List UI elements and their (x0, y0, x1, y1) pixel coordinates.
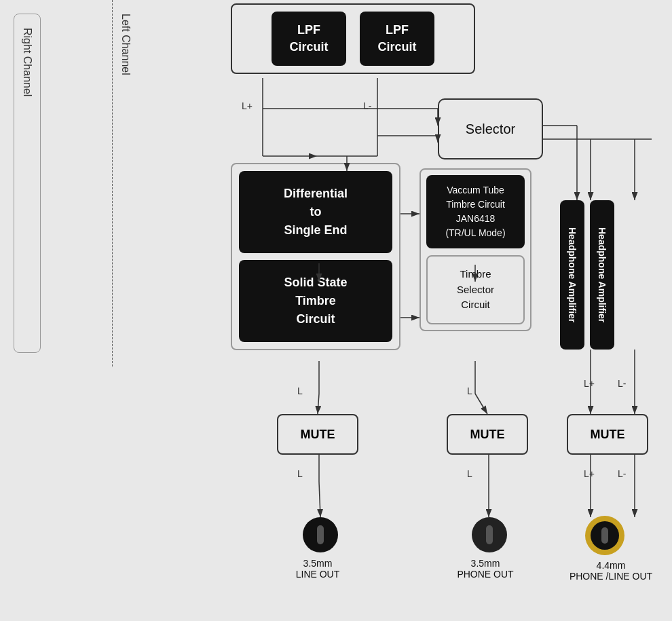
output-label-2: 3.5mm PHONE OUT (445, 558, 526, 580)
output-label-3: 4.4mm PHONE /LINE OUT (567, 560, 655, 582)
svg-line-25 (475, 394, 487, 414)
mute-box-1: MUTE (277, 414, 358, 455)
wire-label-l5: L+ (584, 468, 595, 479)
headphone-amp-1: Headphone Amplifier (560, 200, 584, 350)
wire-label-l1: L (297, 385, 303, 396)
diagram-container: Right Channel Left Channel LPFCircuit LP… (0, 0, 672, 621)
lpf-container: LPFCircuit LPFCircuit (231, 3, 475, 74)
wire-label-lminus2: L- (618, 378, 626, 389)
vacuum-container: Vaccum TubeTimbre CircuitJAN6418(TR/UL M… (419, 168, 531, 331)
jack-35mm-2 (472, 517, 507, 552)
svg-line-23 (318, 394, 319, 414)
solid-state-box: Solid StateTimbreCircuit (239, 260, 392, 342)
lpf-box-1: LPFCircuit (272, 12, 346, 66)
wire-label-lplus: L+ (242, 100, 253, 111)
diff-box: DifferentialtoSingle End (239, 171, 392, 253)
mute-box-3: MUTE (567, 414, 648, 455)
jack-44mm (585, 516, 624, 555)
jack-44mm-inner (591, 521, 619, 550)
jack-35mm-1 (303, 517, 338, 552)
svg-line-31 (319, 482, 320, 517)
wire-label-l2: L (467, 385, 472, 396)
wire-label-lplus2: L+ (584, 378, 595, 389)
wire-label-lminus: L- (363, 100, 371, 111)
wire-label-l3: L (297, 468, 303, 479)
mute-box-2: MUTE (447, 414, 528, 455)
wire-label-l4: L (467, 468, 472, 479)
selector-box: Selector (438, 98, 543, 159)
vacuum-box: Vaccum TubeTimbre CircuitJAN6418(TR/UL M… (426, 175, 525, 248)
diff-container: DifferentialtoSingle End Solid StateTimb… (231, 163, 400, 350)
left-channel-label: Left Channel (112, 0, 138, 366)
headphone-container: Headphone Amplifier Headphone Amplifier (560, 200, 614, 350)
output-label-1: 3.5mm LINE OUT (277, 558, 358, 580)
right-channel-label: Right Channel (14, 14, 41, 353)
headphone-amp-2: Headphone Amplifier (590, 200, 614, 350)
timbre-selector-box: TimbreSelectorCircuit (426, 255, 525, 324)
lpf-box-2: LPFCircuit (360, 12, 434, 66)
wire-label-l6: L- (618, 468, 626, 479)
